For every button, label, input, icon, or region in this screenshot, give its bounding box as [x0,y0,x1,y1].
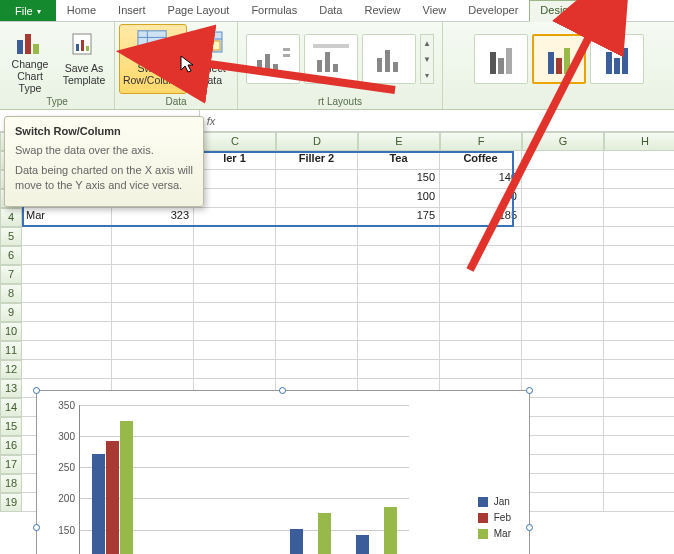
cell[interactable]: Coffee [440,151,522,170]
cell[interactable] [112,360,194,379]
cell[interactable] [276,246,358,265]
chart-style-gallery[interactable] [470,24,648,94]
cell[interactable] [112,284,194,303]
col-header[interactable]: D [276,132,358,151]
cell[interactable] [440,341,522,360]
cell[interactable] [22,246,112,265]
change-chart-type-button[interactable]: Change Chart Type [4,24,56,94]
cell[interactable]: 140 [440,170,522,189]
cell[interactable] [604,474,674,493]
cell[interactable] [22,322,112,341]
cell[interactable] [112,341,194,360]
cell[interactable] [358,341,440,360]
cell[interactable] [522,474,604,493]
resize-handle[interactable] [526,524,533,531]
cell[interactable] [522,360,604,379]
tab-home[interactable]: Home [56,0,107,21]
row-header[interactable]: 12 [0,360,22,379]
cell[interactable] [522,398,604,417]
cell[interactable] [604,398,674,417]
row-header[interactable]: 11 [0,341,22,360]
tab-partial[interactable]: L [586,0,614,21]
cell[interactable] [358,265,440,284]
cell[interactable] [194,265,276,284]
resize-handle[interactable] [279,387,286,394]
plot-area[interactable] [79,405,409,554]
cell[interactable] [112,322,194,341]
cell[interactable] [604,303,674,322]
cell[interactable] [604,379,674,398]
cell[interactable] [522,189,604,208]
tab-review[interactable]: Review [353,0,411,21]
cell[interactable] [604,284,674,303]
cell[interactable] [604,265,674,284]
legend-item[interactable]: Jan [478,496,511,507]
layout-gallery-item[interactable] [304,34,358,84]
row-header[interactable]: 6 [0,246,22,265]
style-gallery-item-selected[interactable] [532,34,586,84]
col-header[interactable]: H [604,132,674,151]
cell[interactable] [604,341,674,360]
row-header[interactable]: 9 [0,303,22,322]
row-header[interactable]: 17 [0,455,22,474]
tab-formulas[interactable]: Formulas [240,0,308,21]
cell[interactable] [22,284,112,303]
cell[interactable] [194,341,276,360]
cell[interactable] [522,493,604,512]
style-gallery-item[interactable] [590,34,644,84]
save-as-template-button[interactable]: Save As Template [58,24,110,94]
col-header[interactable]: C [194,132,276,151]
cell[interactable] [194,170,276,189]
cell[interactable] [194,322,276,341]
row-header[interactable]: 5 [0,227,22,246]
cell[interactable] [22,265,112,284]
cell[interactable] [604,322,674,341]
row-header[interactable]: 19 [0,493,22,512]
tab-insert[interactable]: Insert [107,0,157,21]
row-header[interactable]: 7 [0,265,22,284]
tab-design[interactable]: Design [529,0,585,22]
cell[interactable] [604,170,674,189]
cell[interactable] [194,227,276,246]
cell[interactable] [522,151,604,170]
tab-view[interactable]: View [412,0,458,21]
row-header[interactable]: 13 [0,379,22,398]
cell[interactable] [276,322,358,341]
cell[interactable] [440,360,522,379]
row-header[interactable]: 18 [0,474,22,493]
cell[interactable] [522,284,604,303]
cell[interactable] [22,303,112,322]
tab-developer[interactable]: Developer [457,0,529,21]
cell[interactable] [522,322,604,341]
cell[interactable] [358,246,440,265]
cell[interactable] [194,246,276,265]
chart-bar[interactable] [106,441,119,554]
cell[interactable]: Mar [22,208,112,227]
cell[interactable] [522,341,604,360]
chevron-down-icon[interactable]: ▼ [421,51,433,67]
cell[interactable]: 323 [112,208,194,227]
cell[interactable] [194,360,276,379]
cell[interactable] [522,417,604,436]
row-header[interactable]: 14 [0,398,22,417]
cell[interactable] [604,417,674,436]
col-header[interactable]: F [440,132,522,151]
cell[interactable] [112,303,194,322]
cell[interactable] [522,303,604,322]
cell[interactable] [440,322,522,341]
cell[interactable] [522,208,604,227]
formula-input[interactable] [222,110,674,131]
cell[interactable] [604,227,674,246]
tab-data[interactable]: Data [308,0,353,21]
chart-legend[interactable]: JanFebMar [478,491,511,544]
cell[interactable] [194,284,276,303]
cell[interactable] [112,227,194,246]
cell[interactable] [522,227,604,246]
cell[interactable]: 150 [358,170,440,189]
cell[interactable] [440,227,522,246]
dropdown-icon[interactable]: ▾ [421,67,433,83]
chart-bar[interactable] [384,507,397,554]
style-gallery-item[interactable] [474,34,528,84]
col-header[interactable]: E [358,132,440,151]
cell[interactable] [358,227,440,246]
